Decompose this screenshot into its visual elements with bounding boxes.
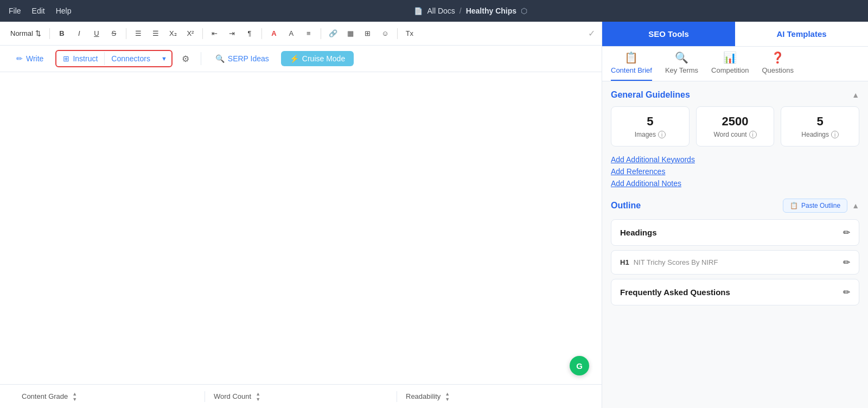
- unordered-list-button[interactable]: ☰: [148, 26, 163, 41]
- serp-ideas-button[interactable]: 🔍 SERP Ideas: [208, 51, 277, 66]
- menu-help[interactable]: Help: [56, 7, 72, 15]
- connectors-button[interactable]: Connectors: [105, 51, 157, 66]
- images-value: 5: [618, 114, 682, 129]
- outline-collapse[interactable]: ▲: [852, 201, 859, 210]
- share-icon[interactable]: ⬡: [521, 7, 527, 15]
- toolbar-divider-5: [321, 28, 321, 39]
- h1-outline-item: H1 NIT Trichy Scores By NIRF ✏: [611, 250, 859, 275]
- word-count-label: Word Count: [214, 392, 251, 400]
- menu-file[interactable]: File: [9, 7, 21, 15]
- ordered-list-button[interactable]: ☰: [131, 26, 146, 41]
- h1-label-group: H1 NIT Trichy Scores By NIRF: [620, 258, 718, 266]
- outline-header-actions: 📋 Paste Outline ▲: [783, 199, 859, 213]
- word-count-arrows[interactable]: ▲▼: [256, 391, 260, 402]
- gear-button[interactable]: ⚙: [177, 50, 194, 67]
- seo-tools-tab[interactable]: SEO Tools: [602, 22, 735, 46]
- action-bar-divider: [201, 52, 201, 65]
- paste-outline-label: Paste Outline: [801, 202, 840, 209]
- toolbar-divider-2: [126, 28, 126, 39]
- headings-value: 5: [788, 114, 852, 129]
- toolbar-divider-3: [202, 28, 203, 39]
- add-notes-link[interactable]: Add Additional Notes: [611, 179, 859, 188]
- h1-edit-icon[interactable]: ✏: [843, 257, 850, 267]
- headings-edit-icon[interactable]: ✏: [843, 227, 850, 238]
- align-button[interactable]: ≡: [301, 26, 316, 41]
- headings-info-icon[interactable]: i: [831, 131, 839, 138]
- readability-status: Readability ▲▼: [397, 391, 589, 402]
- main-layout: Normal ⇅ B I U S ☰ ☰ X₂ X² ⇤ ⇥ ¶ A A ≡ 🔗…: [0, 22, 868, 408]
- doc-icon: 📄: [414, 7, 423, 15]
- editor-content[interactable]: [0, 72, 602, 384]
- readability-arrows[interactable]: ▲▼: [445, 391, 450, 402]
- ai-templates-tab[interactable]: AI Templates: [735, 22, 868, 46]
- faq-outline-item: Frequently Asked Questions ✏: [611, 279, 859, 305]
- tab-competition[interactable]: 📊 Competition: [711, 51, 749, 81]
- all-docs-link[interactable]: All Docs: [427, 7, 455, 15]
- links-section: Add Additional Keywords Add References A…: [611, 155, 859, 188]
- general-guidelines-header: General Guidelines ▲: [611, 90, 859, 100]
- tab-questions[interactable]: ❓ Questions: [762, 51, 794, 81]
- indent-increase-button[interactable]: ⇥: [225, 26, 240, 41]
- tab-key-terms[interactable]: 🔍 Key Terms: [665, 51, 698, 81]
- content-brief-icon: 📋: [624, 51, 638, 64]
- panel-content: General Guidelines ▲ 5 Images i 2500 Wor…: [602, 81, 868, 408]
- italic-button[interactable]: I: [72, 26, 87, 41]
- emoji-button[interactable]: ☺: [378, 26, 393, 41]
- link-button[interactable]: 🔗: [326, 26, 341, 41]
- instruct-label: Instruct: [73, 54, 98, 63]
- table-button[interactable]: ⊞: [360, 26, 375, 41]
- serp-label: SERP Ideas: [228, 54, 269, 63]
- doc-title: Healthy Chips: [466, 7, 516, 15]
- action-bar: ✏ Write ⊞ Instruct Connectors ▼ ⚙ 🔍: [0, 46, 602, 72]
- editor-area: Normal ⇅ B I U S ☰ ☰ X₂ X² ⇤ ⇥ ¶ A A ≡ 🔗…: [0, 22, 602, 408]
- style-select-arrows: ⇅: [35, 29, 41, 37]
- top-tab-bar: SEO Tools AI Templates: [602, 22, 868, 47]
- clear-format-button[interactable]: Tx: [402, 26, 417, 41]
- underline-button[interactable]: U: [89, 26, 104, 41]
- cruise-mode-button[interactable]: ⚡ Cruise Mode: [281, 51, 354, 66]
- subscript-button[interactable]: X₂: [165, 26, 181, 41]
- bold-button[interactable]: B: [54, 26, 69, 41]
- images-label: Images: [635, 131, 656, 138]
- word-count-value: 2500: [703, 114, 768, 129]
- instruct-icon: ⊞: [63, 54, 69, 63]
- style-select[interactable]: Normal ⇅: [7, 27, 45, 40]
- general-guidelines-collapse[interactable]: ▲: [852, 91, 859, 99]
- questions-label: Questions: [762, 66, 794, 74]
- add-keywords-link[interactable]: Add Additional Keywords: [611, 155, 859, 164]
- sub-tab-bar: 📋 Content Brief 🔍 Key Terms 📊 Competitio…: [602, 47, 868, 81]
- paragraph-button[interactable]: ¶: [242, 26, 257, 41]
- images-info-icon[interactable]: i: [658, 131, 666, 138]
- competition-icon: 📊: [723, 51, 737, 64]
- paste-icon: 📋: [790, 202, 798, 209]
- faq-edit-icon[interactable]: ✏: [843, 287, 850, 297]
- image-button[interactable]: ▦: [343, 26, 358, 41]
- write-button[interactable]: ✏ Write: [9, 51, 51, 66]
- menu-edit[interactable]: Edit: [32, 7, 45, 15]
- questions-icon: ❓: [771, 51, 784, 64]
- connectors-chevron[interactable]: ▼: [157, 52, 171, 65]
- general-guidelines-title: General Guidelines: [611, 90, 690, 100]
- h1-text: NIT Trichy Scores By NIRF: [634, 258, 718, 266]
- toolbar: Normal ⇅ B I U S ☰ ☰ X₂ X² ⇤ ⇥ ¶ A A ≡ 🔗…: [0, 22, 602, 46]
- images-metric: 5 Images i: [611, 106, 690, 146]
- highlight-button[interactable]: A: [284, 26, 299, 41]
- tab-content-brief[interactable]: 📋 Content Brief: [611, 51, 652, 81]
- add-references-link[interactable]: Add References: [611, 167, 859, 176]
- content-grade-arrows[interactable]: ▲▼: [72, 391, 77, 402]
- superscript-button[interactable]: X²: [183, 26, 198, 41]
- status-bar: Content Grade ▲▼ Word Count ▲▼ Readabili…: [0, 384, 602, 408]
- strikethrough-button[interactable]: S: [106, 26, 122, 41]
- instruct-button[interactable]: ⊞ Instruct: [56, 51, 104, 66]
- word-count-status: Word Count ▲▼: [205, 391, 397, 402]
- grammarly-button[interactable]: G: [570, 356, 589, 375]
- toolbar-divider-1: [49, 28, 50, 39]
- font-color-button[interactable]: A: [266, 26, 282, 41]
- paste-outline-button[interactable]: 📋 Paste Outline: [783, 199, 847, 213]
- content-grade-label: Content Grade: [22, 392, 68, 400]
- indent-decrease-button[interactable]: ⇤: [207, 26, 222, 41]
- h1-badge: H1: [620, 258, 629, 266]
- word-count-info-icon[interactable]: i: [749, 131, 757, 138]
- style-select-label: Normal: [10, 29, 33, 37]
- write-label: Write: [26, 54, 43, 63]
